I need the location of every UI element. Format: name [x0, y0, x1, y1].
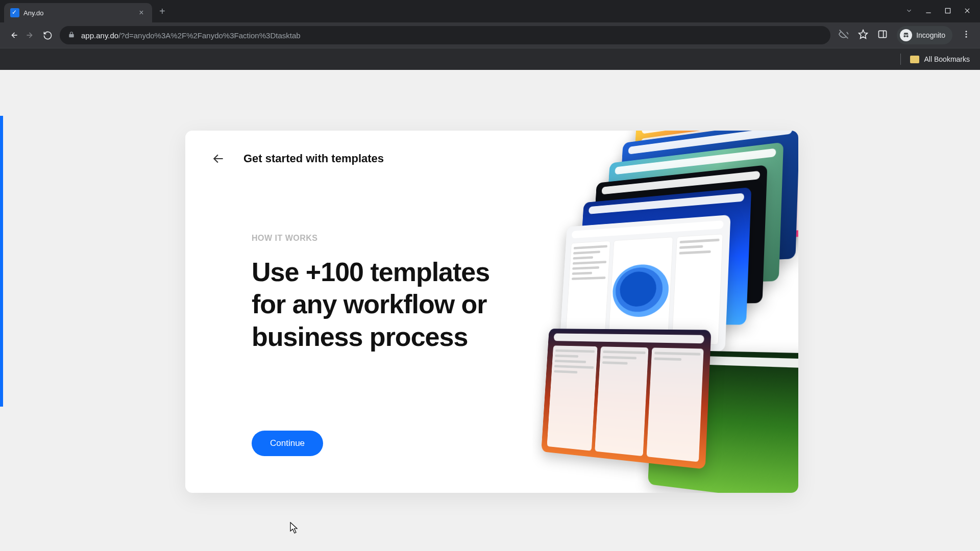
card-title: Get started with templates: [243, 152, 384, 165]
svg-point-11: [906, 35, 909, 37]
browser-chrome: Any.do × +: [0, 0, 980, 70]
svg-point-13: [966, 34, 967, 35]
tab-title: Any.do: [23, 9, 133, 17]
minimize-window-icon[interactable]: [925, 7, 932, 16]
svg-point-14: [966, 36, 967, 38]
back-button[interactable]: [211, 151, 226, 166]
cta-row: Continue: [211, 431, 507, 467]
window-controls: [905, 7, 980, 16]
side-panel-icon[interactable]: [877, 29, 888, 41]
continue-button[interactable]: Continue: [252, 431, 323, 456]
all-bookmarks-label: All Bookmarks: [924, 55, 970, 63]
tab-overflow-icon[interactable]: [905, 7, 913, 16]
url-text: app.any.do/?d=anydo%3A%2F%2Fanydo%3Facti…: [81, 31, 301, 40]
tab-bar: Any.do × +: [0, 0, 980, 22]
onboarding-card: Get started with templates HOW IT WORKS …: [185, 131, 798, 493]
close-window-icon[interactable]: [964, 7, 971, 16]
svg-rect-8: [879, 31, 887, 37]
maximize-window-icon[interactable]: [944, 7, 951, 16]
card-header: Get started with templates: [211, 151, 507, 166]
hero-headline: Use +100 templates for any workflow or b…: [252, 256, 507, 353]
mouse-cursor-icon: [290, 522, 299, 534]
eye-off-icon[interactable]: [839, 29, 849, 41]
incognito-icon: [900, 29, 912, 41]
incognito-badge[interactable]: Incognito: [897, 26, 952, 44]
left-accent-strip: [0, 116, 3, 407]
kebab-menu-icon[interactable]: [962, 30, 971, 41]
url-host: app.any.do: [81, 31, 118, 40]
hero-block: HOW IT WORKS Use +100 templates for any …: [211, 234, 507, 353]
folder-icon: [910, 56, 919, 63]
svg-point-12: [966, 31, 967, 32]
all-bookmarks-button[interactable]: All Bookmarks: [910, 55, 970, 63]
reload-icon[interactable]: [43, 31, 53, 40]
forward-icon[interactable]: [26, 30, 36, 40]
svg-rect-1: [945, 8, 950, 13]
new-tab-button[interactable]: +: [159, 6, 165, 17]
browser-tab[interactable]: Any.do ×: [4, 3, 152, 22]
template-stack-illustration: [532, 131, 798, 493]
address-bar: app.any.do/?d=anydo%3A%2F%2Fanydo%3Facti…: [0, 22, 980, 48]
omnibox[interactable]: app.any.do/?d=anydo%3A%2F%2Fanydo%3Facti…: [60, 26, 830, 44]
tab-favicon-icon: [10, 8, 19, 17]
bookmark-star-icon[interactable]: [858, 29, 868, 41]
url-path: /?d=anydo%3A%2F%2Fanydo%3Faction%3Dtaskt…: [118, 31, 300, 40]
bookmarks-bar: All Bookmarks: [0, 48, 980, 70]
svg-point-10: [904, 35, 906, 37]
lock-icon: [68, 31, 75, 40]
page-content: Get started with templates HOW IT WORKS …: [0, 70, 980, 551]
close-tab-icon[interactable]: ×: [137, 8, 146, 17]
card-illustration: [532, 131, 798, 493]
divider: [900, 54, 901, 65]
svg-marker-7: [859, 30, 868, 39]
back-icon[interactable]: [8, 30, 18, 40]
eyebrow-label: HOW IT WORKS: [252, 234, 507, 243]
card-left-panel: Get started with templates HOW IT WORKS …: [185, 131, 532, 493]
incognito-label: Incognito: [916, 31, 945, 39]
